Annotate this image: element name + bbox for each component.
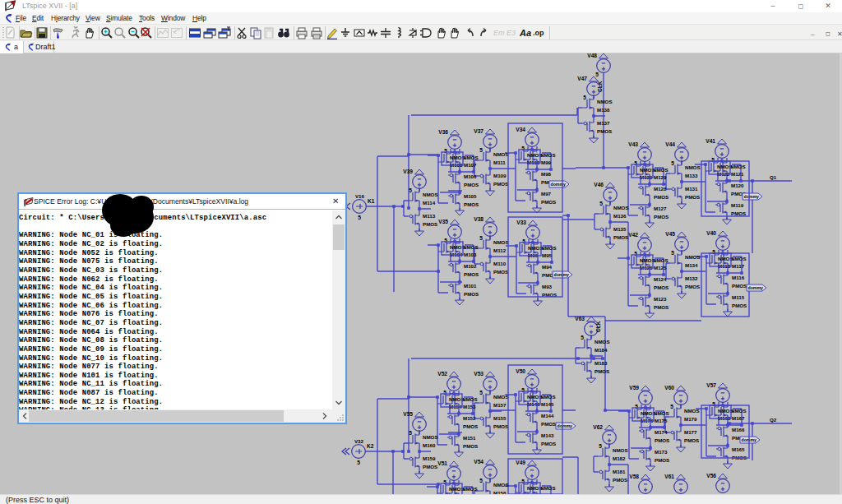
svg-text:5: 5 xyxy=(670,404,673,409)
svg-text:PMOS: PMOS xyxy=(464,291,479,297)
svg-text:Em: Em xyxy=(493,29,505,37)
svg-text:5: 5 xyxy=(712,249,715,255)
svg-text:V50: V50 xyxy=(516,368,525,374)
svg-text:V42: V42 xyxy=(628,232,638,238)
svg-text:M103: M103 xyxy=(464,252,477,257)
svg-text:NMOS: NMOS xyxy=(597,99,613,104)
svg-text:M182: M182 xyxy=(613,455,626,461)
svg-text:PMOS: PMOS xyxy=(493,181,508,187)
svg-text:NMOS: NMOS xyxy=(654,410,669,416)
svg-text:5: 5 xyxy=(712,401,715,407)
svg-text:V44: V44 xyxy=(665,141,675,147)
svg-text:5: 5 xyxy=(599,443,602,449)
svg-text:NMOS: NMOS xyxy=(423,434,438,440)
svg-text:dommy: dommy xyxy=(748,285,764,290)
svg-text:NMOS: NMOS xyxy=(653,257,669,263)
svg-text:M131: M131 xyxy=(685,186,698,192)
svg-text:M125: M125 xyxy=(654,265,667,270)
svg-text:V41: V41 xyxy=(706,138,715,144)
svg-text:M123: M123 xyxy=(654,296,667,302)
svg-text:NMOS: NMOS xyxy=(730,164,746,169)
svg-text:M129: M129 xyxy=(654,174,667,180)
svg-text:M160: M160 xyxy=(423,442,436,448)
svg-text:NMOS: NMOS xyxy=(540,152,556,158)
svg-text:M99: M99 xyxy=(541,160,552,165)
svg-text:M105: M105 xyxy=(464,193,477,199)
svg-text:M106: M106 xyxy=(464,173,477,179)
svg-text:M183: M183 xyxy=(594,360,608,366)
svg-text:5: 5 xyxy=(595,72,599,77)
svg-text:M113: M113 xyxy=(423,213,436,219)
svg-text:PMOS: PMOS xyxy=(493,269,508,275)
svg-text:5: 5 xyxy=(479,478,483,483)
svg-text:PMOS: PMOS xyxy=(464,182,479,187)
svg-text:V38: V38 xyxy=(474,216,483,222)
svg-text:5: 5 xyxy=(634,160,637,166)
svg-text:PMOS: PMOS xyxy=(541,199,556,205)
svg-text:NMOS: NMOS xyxy=(463,244,479,250)
svg-text:5: 5 xyxy=(358,215,361,220)
svg-text:PMOS: PMOS xyxy=(493,423,508,429)
svg-text:5: 5 xyxy=(522,238,525,244)
svg-text:M181: M181 xyxy=(613,469,626,474)
svg-text:PMOS: PMOS xyxy=(655,457,669,463)
svg-text:M115: M115 xyxy=(732,294,745,300)
svg-text:M95: M95 xyxy=(542,252,553,258)
svg-text:5: 5 xyxy=(671,250,674,256)
svg-text:K2: K2 xyxy=(367,443,374,449)
svg-text:M101: M101 xyxy=(464,283,477,289)
svg-text:M155: M155 xyxy=(493,415,507,421)
svg-text:NMOS: NMOS xyxy=(493,394,509,400)
svg-text:M109: M109 xyxy=(493,173,507,178)
svg-text:PMOS: PMOS xyxy=(685,284,700,289)
svg-text:V39: V39 xyxy=(403,169,413,174)
svg-text:NMOS: NMOS xyxy=(613,447,628,453)
svg-text:M116: M116 xyxy=(732,275,745,280)
svg-text:M175: M175 xyxy=(655,418,668,423)
svg-text:5: 5 xyxy=(711,157,715,163)
svg-text:PMOS: PMOS xyxy=(732,303,747,308)
svg-text:NMOS: NMOS xyxy=(594,339,610,344)
svg-text:PMOS: PMOS xyxy=(541,421,556,427)
svg-text:NMOS: NMOS xyxy=(493,151,509,157)
svg-text:PMOS: PMOS xyxy=(655,437,669,443)
svg-text:NMOS: NMOS xyxy=(685,254,701,260)
svg-text:PMOS: PMOS xyxy=(684,437,699,443)
svg-text:V58: V58 xyxy=(629,474,639,479)
svg-text:M157: M157 xyxy=(493,402,507,408)
svg-text:M127: M127 xyxy=(654,206,667,211)
svg-text:dommy: dommy xyxy=(551,182,567,187)
svg-text:PMOS: PMOS xyxy=(685,194,700,200)
svg-text:M159: M159 xyxy=(423,455,436,461)
svg-text:M177: M177 xyxy=(684,429,697,435)
svg-text:M173: M173 xyxy=(655,449,668,455)
svg-text:NMOS: NMOS xyxy=(653,167,669,173)
svg-text:V35: V35 xyxy=(438,219,448,224)
svg-text:5: 5 xyxy=(671,160,674,166)
svg-text:PMOS: PMOS xyxy=(597,128,612,134)
svg-text:V61: V61 xyxy=(664,474,674,479)
svg-text:M152: M152 xyxy=(463,415,476,421)
svg-text:M117: M117 xyxy=(732,263,745,269)
svg-text:M143: M143 xyxy=(541,432,554,438)
svg-text:K1: K1 xyxy=(368,198,375,204)
svg-text:V55: V55 xyxy=(403,411,413,417)
svg-text:V52: V52 xyxy=(437,371,447,377)
svg-text:V63: V63 xyxy=(575,316,585,321)
svg-text:NMOS: NMOS xyxy=(462,486,478,492)
svg-text:CLK: CLK xyxy=(595,321,601,332)
svg-text:dommy: dommy xyxy=(554,272,570,277)
svg-text:M174: M174 xyxy=(655,429,668,435)
svg-text:M167: M167 xyxy=(732,415,745,421)
svg-text:V56: V56 xyxy=(706,473,716,479)
svg-text:PMOS: PMOS xyxy=(423,221,437,227)
svg-text:5: 5 xyxy=(443,390,446,395)
svg-text:V32: V32 xyxy=(354,438,364,444)
svg-text:M119: M119 xyxy=(731,202,744,208)
svg-text:NMOS: NMOS xyxy=(540,485,556,491)
svg-text:M112: M112 xyxy=(493,247,507,253)
svg-text:V45: V45 xyxy=(665,231,675,237)
svg-text:M102: M102 xyxy=(464,263,477,269)
svg-text:M137: M137 xyxy=(597,120,610,126)
svg-text:5: 5 xyxy=(521,479,525,484)
